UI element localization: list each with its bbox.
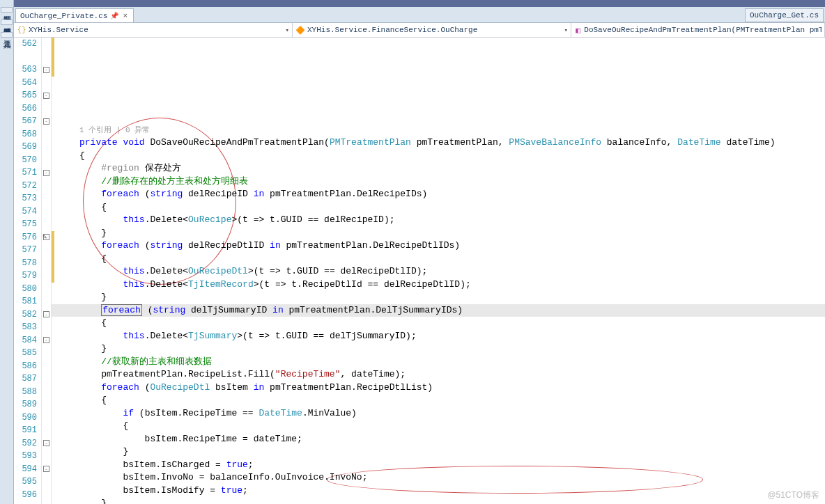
code-line[interactable]: { [52, 317, 825, 330]
method-icon: ◧ [574, 25, 582, 35]
line-number: 563 [14, 63, 37, 77]
code-editor[interactable]: 5625635645655665675685695705715725735745… [14, 38, 825, 504]
line-number: 584 [14, 334, 37, 347]
code-line[interactable]: foreach (OuRecipeDtl bsItem in pmTreatme… [52, 381, 825, 395]
line-number: 583 [14, 321, 37, 334]
class-dropdown[interactable]: 🔶 XYHis.Service.FinanceService.OuCharge … [293, 23, 571, 37]
fold-cell [42, 38, 51, 51]
fold-cell [42, 218, 51, 231]
fold-cell [42, 295, 51, 308]
file-tab-inactive[interactable]: OuCharge_Get.cs [745, 8, 824, 22]
line-number: 581 [14, 295, 37, 308]
vert-tab-server-explorer[interactable]: 服务器资源管理器 [1, 19, 13, 25]
codelens[interactable]: 1 个引用 | 0 异常 [52, 124, 825, 137]
fold-cell [42, 489, 51, 502]
code-line[interactable]: this.Delete<OuRecipeDtl>(t => t.GUID == … [52, 265, 825, 278]
code-line[interactable]: if (bsItem.RecipeTime == DateTime.MinVal… [52, 407, 825, 420]
code-line[interactable]: this.Delete<TjItemRecord>(t => t.RecipeD… [52, 278, 825, 292]
line-number: 585 [14, 347, 37, 360]
line-number: 578 [14, 257, 37, 270]
method-dropdown[interactable]: ◧ DoSaveOuRecipeAndPmTreatmentPlan(PMTre… [571, 23, 825, 37]
code-line[interactable]: { [52, 150, 825, 163]
code-line[interactable]: this.Delete<TjSummary>(t => t.GUID == de… [52, 330, 825, 343]
fold-cell [42, 102, 51, 116]
fold-cell [42, 424, 51, 437]
line-number: 570 [14, 154, 37, 167]
code-line[interactable]: } [52, 342, 825, 356]
fold-cell [42, 411, 51, 425]
fold-cell [42, 360, 51, 373]
title-bar-strip [14, 0, 825, 7]
line-number: 573 [14, 192, 37, 205]
code-line[interactable]: #region 保存处方 [52, 162, 825, 175]
fold-minus-icon[interactable]: - [43, 337, 49, 343]
code-line[interactable]: } [52, 446, 825, 459]
fold-minus-icon[interactable]: - [43, 118, 49, 125]
code-line[interactable]: { [52, 201, 825, 214]
fold-cell [42, 244, 51, 257]
fold-cell [42, 51, 51, 64]
fold-cell [42, 141, 51, 154]
code-line[interactable]: //获取新的主表和细表数据 [52, 356, 825, 369]
fold-minus-icon[interactable]: - [43, 311, 49, 317]
fold-cell[interactable]: - [42, 89, 51, 102]
line-number: 582 [14, 308, 37, 322]
pin-icon[interactable]: 📌 [110, 12, 118, 20]
fold-cell [42, 154, 51, 167]
code-line[interactable]: foreach (string delRecipeDtlID in pmTrea… [52, 239, 825, 253]
line-number: 580 [14, 283, 37, 296]
code-area[interactable]: 1 个引用 | 0 异常private void DoSaveOuRecipeA… [52, 38, 825, 504]
fold-cell[interactable]: - [42, 115, 51, 128]
code-line[interactable]: { [52, 420, 825, 433]
code-line[interactable]: pmTreatmentPlan.RecipeList.Fill("RecipeT… [52, 368, 825, 381]
line-number: 565 [14, 89, 37, 102]
fold-minus-icon[interactable]: - [43, 93, 49, 99]
code-line[interactable]: { [52, 253, 825, 266]
code-line[interactable]: foreach (string delTjSummaryID in pmTrea… [52, 304, 825, 317]
fold-cell [42, 321, 51, 334]
fold-minus-icon[interactable]: - [43, 170, 49, 176]
code-line[interactable]: private void DoSaveOuRecipeAndPmTreatmen… [52, 136, 825, 150]
line-number: 594 [14, 463, 37, 476]
code-line[interactable]: } [52, 227, 825, 240]
vert-tab-toolbox[interactable]: 工具箱 [1, 32, 13, 38]
fold-cell[interactable]: - [42, 334, 51, 347]
side-tool-tabs: 数据源 服务器资源管理器 工具箱 [0, 0, 14, 504]
navigation-bar: {} XYHis.Service ▾ 🔶 XYHis.Service.Finan… [14, 22, 825, 38]
file-tab-label: OuCharge_Get.cs [750, 11, 819, 19]
line-number: 567 [14, 115, 37, 128]
code-line[interactable]: //删除存在的处方主表和处方明细表 [52, 175, 825, 189]
code-line[interactable]: bsItem.InvoNo = balanceInfo.OuInvoice.In… [52, 471, 825, 485]
code-line[interactable]: bsItem.IsCharged = true; [52, 459, 825, 472]
namespace-dropdown[interactable]: {} XYHis.Service ▾ [14, 23, 293, 37]
line-number: 574 [14, 205, 37, 219]
code-line[interactable]: } [52, 497, 825, 504]
fold-cell[interactable]: - [42, 463, 51, 476]
line-number: 575 [14, 218, 37, 231]
fold-cell[interactable]: - [42, 308, 51, 322]
line-number: 569 [14, 141, 37, 154]
vert-tab-datasource[interactable]: 数据源 [1, 7, 13, 13]
code-line[interactable]: bsItem.RecipeTime = dateTime; [52, 433, 825, 446]
code-line[interactable]: bsItem.IsModify = true; [52, 485, 825, 498]
code-line[interactable]: { [52, 394, 825, 407]
code-line[interactable]: } [52, 291, 825, 304]
fold-cell [42, 398, 51, 411]
fold-cell[interactable]: - [42, 166, 51, 180]
fold-cell[interactable]: - [42, 63, 51, 77]
fold-minus-icon[interactable]: - [43, 466, 49, 472]
file-tab-active[interactable]: OuCharge_Private.cs 📌 × [15, 8, 134, 22]
code-line[interactable]: this.Delete<OuRecipe>(t => t.GUID == del… [52, 214, 825, 227]
close-icon[interactable]: × [121, 12, 129, 20]
fold-cell [42, 347, 51, 360]
fold-minus-icon[interactable]: - [43, 67, 49, 73]
line-number: 566 [14, 102, 37, 116]
watermark: @51CTO博客 [767, 489, 819, 501]
fold-minus-icon[interactable]: - [43, 440, 49, 446]
code-line[interactable]: foreach (string delRecipeID in pmTreatme… [52, 188, 825, 201]
fold-cell[interactable]: - [42, 437, 51, 450]
code-line[interactable] [52, 111, 825, 124]
line-number: 572 [14, 180, 37, 193]
line-number: 586 [14, 360, 37, 373]
chevron-down-icon: ▾ [286, 26, 289, 34]
